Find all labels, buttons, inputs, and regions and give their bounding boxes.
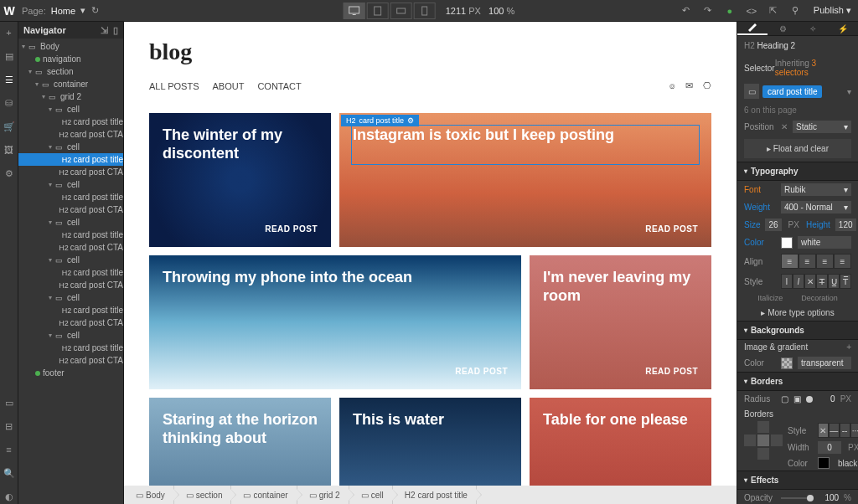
section-typography[interactable]: ▾Typography (737, 162, 858, 181)
italic-on[interactable]: I (793, 274, 804, 289)
card[interactable]: This is water (339, 398, 521, 486)
position-field[interactable]: Position ✕ Static▾ (737, 118, 858, 136)
card[interactable]: I'm never leaving my roomREAD POST (530, 255, 711, 389)
tree-row[interactable]: ▾▭grid 2 (18, 90, 123, 103)
border-radius-field[interactable]: Radius ▢ ▣ 0 PX (737, 391, 858, 407)
search-icon[interactable]: 🔍 (2, 465, 17, 481)
card-title[interactable]: Throwing my phone into the ocean (163, 269, 508, 287)
nav-link[interactable]: ALL POSTS (149, 81, 199, 91)
canvas[interactable]: blog ALL POSTSABOUTCONTACT ⌾ ✉ ⎔ The win… (124, 22, 737, 486)
card-title[interactable]: This is water (353, 411, 508, 429)
cms-icon[interactable]: ⛁ (2, 95, 17, 111)
tree-row[interactable]: H2card post CTA (18, 203, 123, 216)
card-cta[interactable]: READ POST (645, 367, 698, 376)
device-tablet[interactable] (367, 3, 389, 19)
border-color-field[interactable]: Colorblack (788, 455, 858, 471)
undo-button[interactable]: ↶ (676, 2, 696, 20)
bg-color-field[interactable]: Colortransparent (737, 354, 858, 372)
tree-row[interactable]: ▾▭cell (18, 103, 123, 116)
help-icon[interactable]: ≡ (2, 442, 17, 457)
collapse-icon[interactable]: ⇲ (101, 25, 108, 36)
selection-badge[interactable]: H2 card post title ⚙ (341, 115, 419, 126)
chevron-down-icon[interactable]: ▾ (847, 87, 851, 96)
navigator-icon[interactable]: ☰ (2, 72, 17, 87)
opacity-slider[interactable] (781, 497, 814, 499)
card-title[interactable]: Instagram is toxic but I keep posting (353, 126, 698, 145)
canvas-dimensions[interactable]: 1211 PX 100 % (446, 6, 515, 16)
redo-button[interactable]: ↷ (698, 2, 718, 20)
tree-row[interactable]: footer (18, 367, 123, 379)
tree-row[interactable]: H2card post CTA (18, 241, 123, 254)
tree-row[interactable]: H2card post title (18, 304, 123, 316)
tree-row[interactable]: ▾▭cell (18, 178, 123, 191)
border-style-field[interactable]: Style ✕ — -- ··· (788, 421, 858, 440)
video-icon[interactable]: ▭ (2, 395, 17, 410)
size-height-row[interactable]: Size 26 PX Height 120 % (737, 216, 858, 234)
border-side-picker[interactable] (744, 421, 783, 460)
nav-link[interactable]: ABOUT (213, 81, 245, 91)
device-mobile[interactable] (414, 3, 436, 19)
decoration-underline[interactable]: U̲ (828, 274, 840, 289)
font-field[interactable]: FontRubik▾ (737, 181, 858, 198)
card-cta[interactable]: READ POST (265, 224, 318, 234)
tree-row[interactable]: H2card post title (18, 342, 123, 354)
tree-row[interactable]: H2card post title (18, 191, 123, 203)
decoration-strike[interactable]: T̶ (816, 274, 828, 289)
radius-slider[interactable] (806, 399, 810, 400)
card[interactable]: Throwing my phone into the oceanREAD POS… (149, 255, 521, 389)
breadcrumb-item[interactable]: ▭ section (174, 486, 232, 504)
card-title[interactable]: The winter of my discontent (163, 126, 318, 162)
tree-row[interactable]: H2card post CTA (18, 166, 123, 178)
tab-interactions[interactable]: ✧ (798, 22, 828, 35)
radius-corners-icon[interactable]: ▣ (793, 394, 801, 404)
bg-image-field[interactable]: Image & gradient+ (737, 340, 858, 354)
breadcrumb-item[interactable]: ▭ Body (124, 486, 174, 504)
card[interactable]: The winter of my discontentREAD POST (149, 113, 331, 247)
italic-off[interactable]: I (781, 274, 793, 289)
section-borders[interactable]: ▾Borders (737, 372, 858, 391)
device-mobile-landscape[interactable] (390, 3, 412, 19)
tree-row[interactable]: ▾▭cell (18, 329, 123, 342)
decoration-overline[interactable]: T̅ (840, 274, 851, 289)
breadcrumb-item[interactable]: H2 card post title (393, 486, 477, 504)
assets-icon[interactable]: 🖼 (2, 142, 17, 157)
card-grid[interactable]: The winter of my discontentREAD POSTH2 c… (124, 105, 737, 486)
undo-icon[interactable]: ↻ (85, 2, 104, 20)
text-color-field[interactable]: Colorwhite (737, 234, 858, 251)
tab-settings[interactable]: ⚙ (768, 22, 798, 35)
lineheight-input[interactable]: 120 (835, 219, 856, 231)
tree-row[interactable]: ▾▭cell (18, 254, 123, 266)
align-center[interactable]: ≡ (799, 254, 816, 269)
card[interactable]: Table for one please (530, 398, 711, 486)
more-type-options[interactable]: ▸ More type options (737, 305, 858, 321)
tree-row[interactable]: H2card post CTA (18, 128, 123, 141)
opacity-field[interactable]: Opacity 100 % (737, 490, 858, 504)
decoration-none[interactable]: ✕ (804, 274, 816, 289)
card-title[interactable]: Staring at the horizon thinking about (163, 411, 318, 447)
account-icon[interactable]: ◐ (2, 489, 17, 504)
code-icon[interactable]: <> (742, 2, 762, 20)
audit-icon[interactable]: ⊟ (2, 419, 17, 434)
instagram-icon[interactable]: ⌾ (669, 80, 675, 91)
border-solid[interactable]: — (829, 423, 840, 438)
align-right[interactable]: ≡ (816, 254, 834, 269)
publish-button[interactable]: Publish ▾ (807, 5, 858, 16)
align-justify[interactable]: ≡ (834, 254, 851, 269)
nav-link[interactable]: CONTACT (257, 81, 301, 91)
border-none[interactable]: ✕ (818, 423, 829, 438)
section-effects[interactable]: ▾Effects (737, 471, 858, 490)
blog-title[interactable]: blog (149, 39, 711, 65)
card-title[interactable]: Table for one please (543, 411, 698, 429)
inheriting-info[interactable]: Inheriting 3 selectors (775, 59, 851, 77)
class-selector[interactable]: ▭ card post title ▾ (737, 80, 858, 102)
tree-row[interactable]: H2card post title (18, 266, 123, 279)
breadcrumb-item[interactable]: ▭ cell (349, 486, 393, 504)
github-icon[interactable]: ⎔ (703, 80, 711, 91)
breadcrumb-item[interactable]: ▭ grid 2 (297, 486, 349, 504)
size-input[interactable]: 26 (765, 219, 781, 231)
tree-row[interactable]: ▾▭section (18, 65, 123, 78)
bg-color-swatch[interactable] (781, 357, 793, 369)
tree-row[interactable]: navigation (18, 53, 123, 65)
breadcrumb-item[interactable]: ▭ container (231, 486, 297, 504)
weight-field[interactable]: Weight400 - Normal▾ (737, 198, 858, 216)
